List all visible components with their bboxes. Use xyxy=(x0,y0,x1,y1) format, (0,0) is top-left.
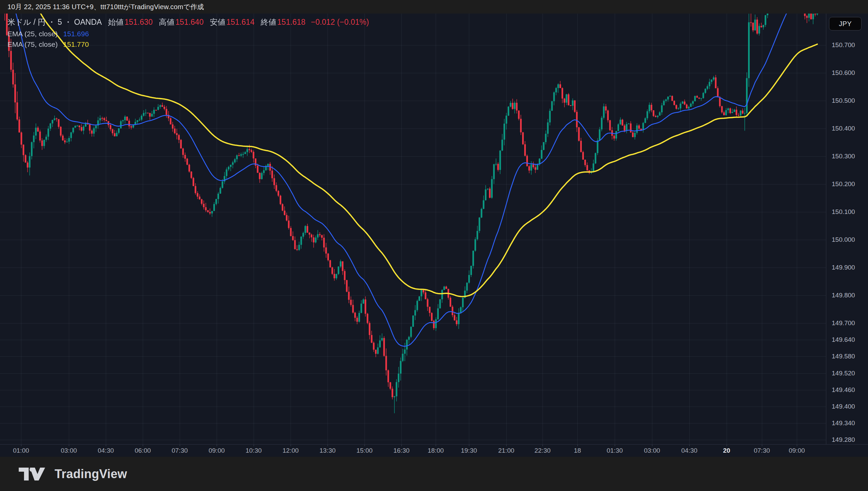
price-axis-label: 149.520 xyxy=(832,370,855,377)
chart-pane[interactable]: 米ドル / 円 ・ 5 ・ OANDA 始値151.630高値151.640安値… xyxy=(0,14,868,444)
time-axis-label: 18:00 xyxy=(428,447,444,454)
time-axis-tick xyxy=(217,445,217,446)
time-axis-label: 16:30 xyxy=(393,447,410,454)
time-axis-label: 01:30 xyxy=(607,447,623,454)
price-axis-label: 149.580 xyxy=(832,353,855,360)
time-axis-label: 13:30 xyxy=(319,447,336,454)
time-axis-tick xyxy=(577,445,578,446)
time-axis-label: 03:00 xyxy=(644,447,660,454)
time-axis-tick xyxy=(254,445,254,446)
time-axis-tick xyxy=(615,445,615,446)
price-axis[interactable]: JPY 150.700150.600150.500150.400150.3001… xyxy=(826,14,868,444)
price-axis-label: 149.340 xyxy=(832,419,855,427)
price-axis-label: 150.500 xyxy=(832,97,855,104)
time-axis-label: 07:30 xyxy=(754,447,770,454)
price-axis-label: 150.200 xyxy=(832,180,855,188)
attribution-bar: 10月 22, 2025 11:36 UTC+9、ttt710tttがTradi… xyxy=(0,0,868,14)
time-axis-tick xyxy=(689,445,690,446)
time-axis-label: 04:30 xyxy=(98,447,114,454)
price-axis-label: 150.300 xyxy=(832,153,855,160)
attribution-text: 10月 22, 2025 11:36 UTC+9、ttt710tttがTradi… xyxy=(7,2,204,12)
time-axis-tick xyxy=(69,445,69,446)
time-axis-tick xyxy=(106,445,106,446)
price-axis-label: 149.700 xyxy=(832,319,855,327)
time-axis-label: 09:00 xyxy=(209,447,225,454)
time-axis-date-label: 20 xyxy=(723,447,730,454)
time-axis-label: 01:00 xyxy=(13,447,29,454)
time-axis-label: 19:30 xyxy=(461,447,477,454)
time-axis-label: 07:30 xyxy=(172,447,188,454)
price-axis-label: 150.000 xyxy=(832,236,855,243)
time-axis-label: 21:00 xyxy=(498,447,514,454)
price-axis-label: 149.460 xyxy=(832,386,855,394)
time-axis-label: 12:00 xyxy=(282,447,299,454)
time-axis-tick xyxy=(328,445,328,446)
price-axis-label: 149.280 xyxy=(832,436,855,444)
price-axis-label: 149.900 xyxy=(832,264,855,271)
price-axis-label: 149.640 xyxy=(832,336,855,343)
price-axis-label: 149.400 xyxy=(832,403,855,410)
time-axis-label: 22:30 xyxy=(534,447,551,454)
price-axis-label: 150.600 xyxy=(832,69,855,77)
time-axis-tick xyxy=(436,445,436,446)
time-axis-tick xyxy=(180,445,180,446)
time-axis-tick xyxy=(506,445,507,446)
time-axis-label: 09:00 xyxy=(789,447,805,454)
currency-badge[interactable]: JPY xyxy=(829,17,862,31)
footer: TradingView xyxy=(0,457,868,491)
time-axis-tick xyxy=(364,445,365,446)
price-axis-label: 149.800 xyxy=(832,292,855,299)
chart-canvas[interactable] xyxy=(0,14,826,444)
time-axis-tick xyxy=(727,445,727,446)
price-axis-label: 150.100 xyxy=(832,208,855,216)
time-axis-tick xyxy=(652,445,652,446)
time-axis-tick xyxy=(542,445,543,446)
time-axis[interactable]: 01:0003:0004:3006:0007:3009:0010:3012:00… xyxy=(0,444,868,457)
price-axis-label: 150.400 xyxy=(832,125,855,132)
time-axis-date-label: 18 xyxy=(574,447,581,454)
tradingview-logo-icon xyxy=(19,468,46,480)
time-axis-label: 03:00 xyxy=(61,447,77,454)
tradingview-snapshot: 10月 22, 2025 11:36 UTC+9、ttt710tttがTradi… xyxy=(0,0,868,491)
time-axis-tick xyxy=(797,445,797,446)
time-axis-tick xyxy=(21,445,21,446)
tradingview-logo[interactable]: TradingView xyxy=(19,467,127,481)
tradingview-wordmark: TradingView xyxy=(55,467,127,481)
price-axis-label: 150.700 xyxy=(832,41,855,49)
time-axis-label: 06:00 xyxy=(135,447,151,454)
time-axis-label: 04:30 xyxy=(681,447,697,454)
time-axis-tick xyxy=(291,445,291,446)
time-axis-tick xyxy=(401,445,402,446)
time-axis-tick xyxy=(762,445,762,446)
time-axis-label: 10:30 xyxy=(245,447,262,454)
time-axis-tick xyxy=(469,445,469,446)
time-axis-label: 15:00 xyxy=(356,447,373,454)
time-axis-tick xyxy=(143,445,143,446)
